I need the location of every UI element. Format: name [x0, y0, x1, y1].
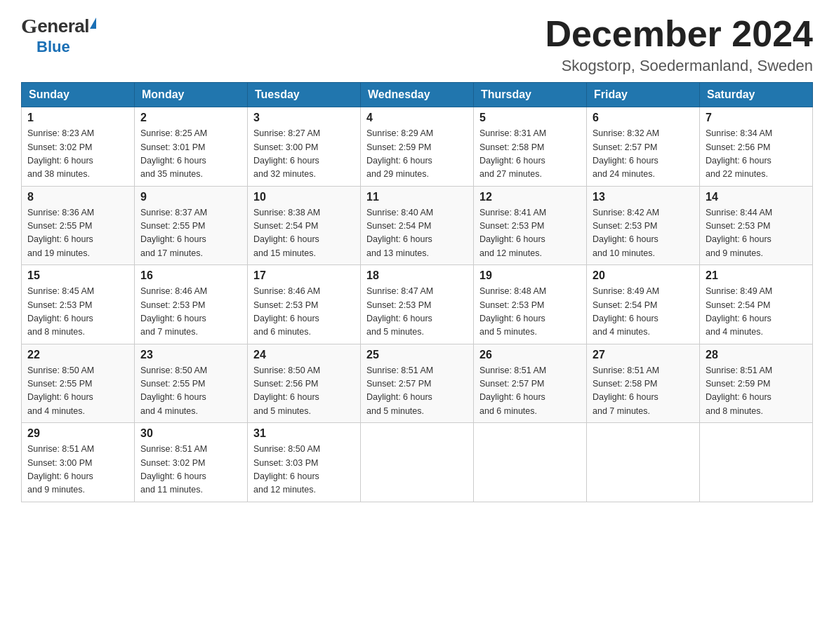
calendar-week-row: 8Sunrise: 8:36 AMSunset: 2:55 PMDaylight… [22, 186, 813, 265]
col-monday: Monday [135, 83, 248, 107]
day-info: Sunrise: 8:49 AMSunset: 2:54 PMDaylight:… [593, 285, 694, 340]
day-info: Sunrise: 8:51 AMSunset: 3:00 PMDaylight:… [27, 443, 128, 497]
day-info: Sunrise: 8:23 AMSunset: 3:02 PMDaylight:… [27, 127, 128, 182]
day-number: 29 [27, 427, 128, 440]
table-row [474, 423, 587, 502]
day-number: 28 [706, 349, 807, 361]
col-tuesday: Tuesday [248, 83, 361, 107]
day-info: Sunrise: 8:38 AMSunset: 2:54 PMDaylight:… [253, 206, 355, 261]
day-info: Sunrise: 8:44 AMSunset: 2:53 PMDaylight:… [706, 206, 807, 261]
day-info: Sunrise: 8:50 AMSunset: 3:03 PMDaylight:… [253, 443, 355, 497]
day-info: Sunrise: 8:51 AMSunset: 2:59 PMDaylight:… [706, 364, 807, 419]
day-number: 16 [140, 269, 241, 282]
day-info: Sunrise: 8:51 AMSunset: 3:02 PMDaylight:… [140, 443, 241, 497]
calendar-table: Sunday Monday Tuesday Wednesday Thursday… [21, 82, 813, 502]
col-wednesday: Wednesday [361, 83, 474, 107]
day-info: Sunrise: 8:48 AMSunset: 2:53 PMDaylight:… [479, 285, 581, 340]
day-number: 23 [140, 349, 241, 361]
logo-eneral: eneral [37, 15, 89, 37]
day-number: 2 [140, 112, 241, 124]
table-row: 4Sunrise: 8:29 AMSunset: 2:59 PMDaylight… [361, 107, 474, 187]
day-number: 6 [593, 112, 694, 124]
table-row: 7Sunrise: 8:34 AMSunset: 2:56 PMDaylight… [700, 107, 813, 187]
table-row: 11Sunrise: 8:40 AMSunset: 2:54 PMDayligh… [361, 186, 474, 265]
table-row: 18Sunrise: 8:47 AMSunset: 2:53 PMDayligh… [361, 265, 474, 344]
col-saturday: Saturday [700, 83, 813, 107]
day-number: 19 [479, 269, 581, 282]
day-number: 8 [27, 191, 128, 203]
table-row: 28Sunrise: 8:51 AMSunset: 2:59 PMDayligh… [700, 344, 813, 423]
day-number: 4 [366, 112, 468, 124]
table-row: 9Sunrise: 8:37 AMSunset: 2:55 PMDaylight… [135, 186, 248, 265]
logo-blue-label: Blue [37, 38, 96, 56]
day-number: 14 [706, 191, 807, 203]
day-info: Sunrise: 8:36 AMSunset: 2:55 PMDaylight:… [27, 206, 128, 261]
day-info: Sunrise: 8:51 AMSunset: 2:58 PMDaylight:… [593, 364, 694, 419]
day-info: Sunrise: 8:45 AMSunset: 2:53 PMDaylight:… [27, 285, 128, 340]
calendar-header-row: Sunday Monday Tuesday Wednesday Thursday… [22, 83, 813, 107]
table-row: 23Sunrise: 8:50 AMSunset: 2:55 PMDayligh… [135, 344, 248, 423]
table-row: 31Sunrise: 8:50 AMSunset: 3:03 PMDayligh… [248, 423, 361, 502]
calendar-week-row: 1Sunrise: 8:23 AMSunset: 3:02 PMDaylight… [22, 107, 813, 187]
day-number: 31 [253, 427, 355, 440]
table-row: 15Sunrise: 8:45 AMSunset: 2:53 PMDayligh… [22, 265, 135, 344]
day-info: Sunrise: 8:34 AMSunset: 2:56 PMDaylight:… [706, 127, 807, 182]
table-row: 27Sunrise: 8:51 AMSunset: 2:58 PMDayligh… [587, 344, 700, 423]
day-info: Sunrise: 8:50 AMSunset: 2:55 PMDaylight:… [140, 364, 241, 419]
table-row: 13Sunrise: 8:42 AMSunset: 2:53 PMDayligh… [587, 186, 700, 265]
table-row: 14Sunrise: 8:44 AMSunset: 2:53 PMDayligh… [700, 186, 813, 265]
table-row: 20Sunrise: 8:49 AMSunset: 2:54 PMDayligh… [587, 265, 700, 344]
page-header: G eneral Blue December 2024 Skogstorp, S… [21, 14, 813, 75]
day-number: 21 [706, 269, 807, 282]
day-info: Sunrise: 8:27 AMSunset: 3:00 PMDaylight:… [253, 127, 355, 182]
calendar-week-row: 22Sunrise: 8:50 AMSunset: 2:55 PMDayligh… [22, 344, 813, 423]
logo: G eneral Blue [21, 14, 96, 56]
col-friday: Friday [587, 83, 700, 107]
day-number: 5 [479, 112, 581, 124]
day-number: 26 [479, 349, 581, 361]
day-number: 3 [253, 112, 355, 124]
table-row: 3Sunrise: 8:27 AMSunset: 3:00 PMDaylight… [248, 107, 361, 187]
table-row: 2Sunrise: 8:25 AMSunset: 3:01 PMDaylight… [135, 107, 248, 187]
day-info: Sunrise: 8:31 AMSunset: 2:58 PMDaylight:… [479, 127, 581, 182]
day-info: Sunrise: 8:49 AMSunset: 2:54 PMDaylight:… [706, 285, 807, 340]
table-row: 19Sunrise: 8:48 AMSunset: 2:53 PMDayligh… [474, 265, 587, 344]
day-info: Sunrise: 8:51 AMSunset: 2:57 PMDaylight:… [479, 364, 581, 419]
day-number: 30 [140, 427, 241, 440]
table-row: 17Sunrise: 8:46 AMSunset: 2:53 PMDayligh… [248, 265, 361, 344]
day-number: 20 [593, 269, 694, 282]
day-number: 7 [706, 112, 807, 124]
day-number: 12 [479, 191, 581, 203]
calendar-body: 1Sunrise: 8:23 AMSunset: 3:02 PMDaylight… [22, 107, 813, 502]
table-row: 24Sunrise: 8:50 AMSunset: 2:56 PMDayligh… [248, 344, 361, 423]
location-subtitle: Skogstorp, Soedermanland, Sweden [545, 57, 813, 75]
day-number: 11 [366, 191, 468, 203]
table-row: 6Sunrise: 8:32 AMSunset: 2:57 PMDaylight… [587, 107, 700, 187]
day-info: Sunrise: 8:50 AMSunset: 2:55 PMDaylight:… [27, 364, 128, 419]
day-info: Sunrise: 8:32 AMSunset: 2:57 PMDaylight:… [593, 127, 694, 182]
calendar-header: Sunday Monday Tuesday Wednesday Thursday… [22, 83, 813, 107]
table-row: 25Sunrise: 8:51 AMSunset: 2:57 PMDayligh… [361, 344, 474, 423]
day-info: Sunrise: 8:40 AMSunset: 2:54 PMDaylight:… [366, 206, 468, 261]
table-row: 5Sunrise: 8:31 AMSunset: 2:58 PMDaylight… [474, 107, 587, 187]
table-row: 29Sunrise: 8:51 AMSunset: 3:00 PMDayligh… [22, 423, 135, 502]
day-info: Sunrise: 8:29 AMSunset: 2:59 PMDaylight:… [366, 127, 468, 182]
day-info: Sunrise: 8:47 AMSunset: 2:53 PMDaylight:… [366, 285, 468, 340]
calendar-week-row: 15Sunrise: 8:45 AMSunset: 2:53 PMDayligh… [22, 265, 813, 344]
day-info: Sunrise: 8:46 AMSunset: 2:53 PMDaylight:… [253, 285, 355, 340]
day-number: 1 [27, 112, 128, 124]
day-number: 27 [593, 349, 694, 361]
table-row: 1Sunrise: 8:23 AMSunset: 3:02 PMDaylight… [22, 107, 135, 187]
table-row: 21Sunrise: 8:49 AMSunset: 2:54 PMDayligh… [700, 265, 813, 344]
day-number: 25 [366, 349, 468, 361]
day-info: Sunrise: 8:51 AMSunset: 2:57 PMDaylight:… [366, 364, 468, 419]
table-row: 26Sunrise: 8:51 AMSunset: 2:57 PMDayligh… [474, 344, 587, 423]
table-row: 30Sunrise: 8:51 AMSunset: 3:02 PMDayligh… [135, 423, 248, 502]
day-info: Sunrise: 8:42 AMSunset: 2:53 PMDaylight:… [593, 206, 694, 261]
day-info: Sunrise: 8:25 AMSunset: 3:01 PMDaylight:… [140, 127, 241, 182]
table-row: 8Sunrise: 8:36 AMSunset: 2:55 PMDaylight… [22, 186, 135, 265]
table-row [361, 423, 474, 502]
day-number: 22 [27, 349, 128, 361]
calendar-week-row: 29Sunrise: 8:51 AMSunset: 3:00 PMDayligh… [22, 423, 813, 502]
table-row: 16Sunrise: 8:46 AMSunset: 2:53 PMDayligh… [135, 265, 248, 344]
